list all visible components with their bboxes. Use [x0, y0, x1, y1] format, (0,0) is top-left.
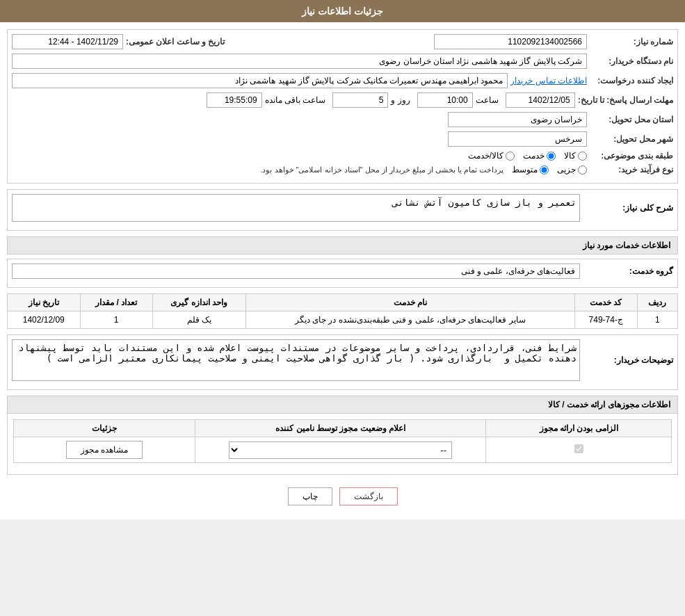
purchase-jozi-radio[interactable] [578, 165, 587, 175]
row-buyer-notes: توضیحات خریدار: شرایط فنی، قراردادی، پرد… [12, 339, 673, 381]
service-group-value: فعالیت‌های حرفه‌ای، علمی و فنی [12, 264, 580, 279]
page-title: جزئیات اطلاعات نیاز [302, 6, 383, 17]
province-value: خراسان رضوی [448, 112, 587, 127]
button-row: بازگشت چاپ [7, 480, 678, 512]
purchase-type-note: پرداخت تمام یا بخشی از مبلغ خریدار از مح… [260, 165, 503, 175]
category-kala-khedmat-label: کالا/خدمت [468, 151, 503, 161]
permits-row: -- مشاهده مجوز [14, 437, 672, 463]
services-table: ردیف کد خدمت نام خدمت واحد اندازه گیری ت… [7, 293, 678, 329]
permits-header-row: الزامی بودن ارائه مجوز اعلام وضعیت مجوز … [14, 420, 672, 437]
row-buyer-org: نام دستگاه خریدار: شرکت پالایش گاز شهید … [12, 54, 673, 69]
need-desc-textarea[interactable]: تعمیر و باز سازی کامیون آتش نشانی [12, 194, 580, 222]
category-kala-khedmat: کالا/خدمت [468, 151, 515, 161]
purchase-type-radio-group: جزیی متوسط [512, 165, 587, 175]
service-group-section: گروه خدمت: فعالیت‌های حرفه‌ای، علمی و فن… [7, 259, 678, 288]
permits-content: الزامی بودن ارائه مجوز اعلام وضعیت مجوز … [8, 414, 677, 474]
row-need-desc: شرح کلی نیاز: تعمیر و باز سازی کامیون آت… [12, 194, 673, 222]
cell-date: 1402/12/09 [8, 311, 81, 329]
col-name: نام خدمت [245, 294, 574, 311]
creator-label: ایجاد کننده درخواست: [590, 76, 673, 86]
permits-status-select[interactable]: -- [229, 441, 452, 459]
purchase-motevaset-radio[interactable] [540, 165, 549, 175]
category-khedmat-label: خدمت [523, 151, 545, 161]
row-creator: ایجاد کننده درخواست: اطلاعات تماس خریدار… [12, 73, 673, 88]
cell-name: سایر فعالیت‌های حرفه‌ای، علمی و فنی طبقه… [245, 311, 574, 329]
buyer-notes-label: توضیحات خریدار: [583, 355, 673, 365]
city-label: شهر محل تحویل: [590, 134, 673, 144]
category-kala-radio[interactable] [578, 152, 587, 161]
announce-label: تاریخ و ساعت اعلان عمومی: [126, 37, 225, 47]
category-kala-khedmat-radio[interactable] [506, 152, 515, 161]
page-header: جزئیات اطلاعات نیاز [0, 0, 685, 22]
row-province: استان محل تحویل: خراسان رضوی [12, 112, 673, 127]
service-group-label: گروه خدمت: [583, 266, 673, 276]
permits-required-checkbox[interactable] [574, 444, 583, 453]
creator-value: محمود ابراهیمی مهندس تعمیرات مکانیک شرکت… [12, 73, 508, 88]
cell-code: ج-74-749 [574, 311, 637, 329]
deadline-time: 10:00 [417, 92, 473, 108]
cell-unit: یک قلم [152, 311, 245, 329]
deadline-label: مهلت ارسال پاسخ: تا تاریخ: [578, 95, 673, 105]
deadline-remaining: 19:55:09 [207, 92, 262, 108]
purchase-motevaset: متوسط [512, 165, 549, 175]
page-container: جزئیات اطلاعات نیاز شماره نیاز: 11020921… [0, 0, 685, 519]
purchase-jozi-label: جزیی [557, 165, 576, 175]
permits-details-cell: مشاهده مجوز [14, 437, 195, 463]
services-table-header-row: ردیف کد خدمت نام خدمت واحد اندازه گیری ت… [8, 294, 678, 311]
col-row: ردیف [637, 294, 677, 311]
province-label: استان محل تحویل: [590, 115, 673, 124]
row-purchase-type: نوع فرآیند خرید: جزیی متوسط پرداخت تمام … [12, 165, 673, 175]
print-button[interactable]: چاپ [288, 487, 332, 505]
cell-count: 1 [80, 311, 152, 329]
category-khedmat: خدمت [523, 151, 556, 161]
buyer-org-label: نام دستگاه خریدار: [590, 56, 673, 66]
col-code: کد خدمت [574, 294, 637, 311]
row-category: طبقه بندی موضوعی: کالا خدمت کالا/خدمت [12, 151, 673, 161]
permits-table-body: -- مشاهده مجوز [14, 437, 672, 463]
need-number-value: 1102092134002566 [434, 34, 587, 49]
deadline-time-label: ساعت [476, 95, 499, 105]
category-khedmat-radio[interactable] [547, 152, 556, 161]
purchase-motevaset-label: متوسط [512, 165, 538, 175]
row-service-group: گروه خدمت: فعالیت‌های حرفه‌ای، علمی و فن… [12, 264, 673, 279]
buyer-org-value: شرکت پالایش گاز شهید هاشمی نژاد استان خر… [12, 54, 587, 69]
purchase-jozi: جزیی [557, 165, 587, 175]
permits-col-status: اعلام وضعیت مجوز توسط نامین کننده [195, 420, 486, 437]
top-info-section: شماره نیاز: 1102092134002566 تاریخ و ساع… [7, 29, 678, 184]
permits-title: اطلاعات مجوزهای ارائه خدمت / کالا [8, 396, 677, 414]
need-desc-section: شرح کلی نیاز: تعمیر و باز سازی کامیون آت… [7, 189, 678, 231]
deadline-days-label: روز و [391, 95, 410, 105]
permits-required-cell [486, 437, 672, 463]
category-label: طبقه بندی موضوعی: [590, 151, 673, 161]
buyer-notes-section: توضیحات خریدار: شرایط فنی، قراردادی، پرد… [7, 334, 678, 390]
permits-col-required: الزامی بودن ارائه مجوز [486, 420, 672, 437]
announce-value: 1402/11/29 - 12:44 [12, 34, 123, 49]
permits-col-details: جزئیات [14, 420, 195, 437]
permits-table: الزامی بودن ارائه مجوز اعلام وضعیت مجوز … [13, 419, 672, 463]
need-number-label: شماره نیاز: [590, 37, 673, 47]
view-permit-button[interactable]: مشاهده مجوز [66, 441, 143, 459]
deadline-days: 5 [332, 92, 388, 108]
table-row: 1ج-74-749سایر فعالیت‌های حرفه‌ای، علمی و… [8, 311, 678, 329]
services-table-body: 1ج-74-749سایر فعالیت‌های حرفه‌ای، علمی و… [8, 311, 678, 329]
col-count: تعداد / مقدار [80, 294, 152, 311]
category-radio-group: کالا خدمت کالا/خدمت [468, 151, 587, 161]
creator-link[interactable]: اطلاعات تماس خریدار [510, 76, 587, 86]
category-kala: کالا [564, 151, 587, 161]
city-value: سرخس [448, 131, 587, 147]
permits-section: اطلاعات مجوزهای ارائه خدمت / کالا الزامی… [7, 396, 678, 475]
deadline-remaining-label: ساعت باقی مانده [265, 95, 326, 105]
row-city: شهر محل تحویل: سرخس [12, 131, 673, 147]
category-kala-label: کالا [564, 151, 576, 161]
buyer-notes-textarea[interactable]: شرایط فنی، قراردادی، پرداخت و سایر موضوع… [12, 339, 580, 381]
row-deadline: مهلت ارسال پاسخ: تا تاریخ: 1402/12/05 سا… [12, 92, 673, 108]
deadline-date: 1402/12/05 [506, 92, 575, 108]
permits-status-cell: -- [195, 437, 486, 463]
need-desc-label: شرح کلی نیاز: [583, 203, 673, 213]
main-content: شماره نیاز: 1102092134002566 تاریخ و ساع… [0, 22, 685, 519]
col-unit: واحد اندازه گیری [152, 294, 245, 311]
back-button[interactable]: بازگشت [339, 487, 398, 505]
cell-row: 1 [637, 311, 677, 329]
purchase-type-label: نوع فرآیند خرید: [590, 165, 673, 175]
row-need-number: شماره نیاز: 1102092134002566 تاریخ و ساع… [12, 34, 673, 49]
